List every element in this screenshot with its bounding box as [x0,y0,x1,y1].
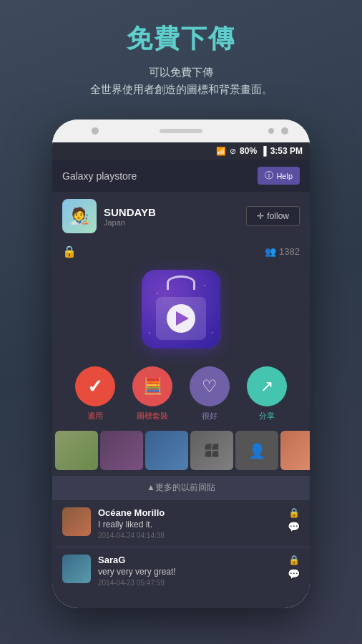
app-header-title: Galaxy playstore [62,170,137,182]
comment-body-2: SaraG very very very great! 2014-04-23 0… [98,555,280,587]
content-image-area [52,263,310,359]
status-bar: 📶 ⊘ 80% ▐ 3:53 PM [52,142,310,160]
comment-avatar-2 [62,555,91,583]
camera-right-icon [281,127,288,135]
comment-name-1: Océane Morillo [98,507,280,518]
person-icon: 👤 [248,442,266,459]
user-country: Japan [104,218,156,227]
top-section: 免費下傳 可以免費下傳全世界使用者創造的圖標和背景畫面。 [90,21,273,98]
comment-icons-2: 🔒 💬 [288,555,300,587]
comment-lock-icon-1: 🔒 [288,507,300,518]
comment-lock-icon-2: 🔒 [288,555,300,565]
camera-icon [92,127,99,135]
share-label: 分享 [259,411,275,421]
grid-icon: ⬛⬛⬛⬛ [205,444,219,457]
lock-icon: 🔒 [62,245,77,258]
like-button[interactable]: ♡ 很好 [190,366,230,421]
thumbnail-5[interactable]: 👤 [235,431,278,470]
phone-bottom-bar [52,594,310,608]
load-more-text: ▲更多的以前回貼 [147,482,215,494]
play-triangle [176,311,189,326]
play-icon [167,304,195,333]
thumbnail-row: ⬛⬛⬛⬛ 👤 [52,425,310,476]
follow-icon: ✛ [257,211,264,221]
blocked-icon: ⊘ [230,147,236,156]
comment-text-2: very very very great! [98,567,280,577]
like-circle: ♡ [190,366,230,406]
battery-percent: 80% [240,146,257,156]
battery-icon-bar: ▐ [260,146,267,156]
user-details: SUNDAYB Japan [104,206,156,227]
app-header: Galaxy playstore ⓘ Help [52,160,310,192]
content-image[interactable] [142,270,220,348]
phone-frame: 📶 ⊘ 80% ▐ 3:53 PM Galaxy playstore ⓘ Hel… [52,119,310,608]
thumbnail-1[interactable] [55,431,98,470]
page-subtitle: 可以免費下傳全世界使用者創造的圖標和背景畫面。 [90,64,273,98]
comment-text-1: I really liked it. [98,519,280,530]
thumbnail-4[interactable]: ⬛⬛⬛⬛ [190,431,233,470]
avatar-image: 🧑‍🎨 [62,199,97,233]
share-icon: ↗ [260,377,273,396]
user-name: SUNDAYB [104,206,156,218]
comment-reply-icon-1[interactable]: 💬 [288,521,300,532]
calculator-icon: 🧮 [143,377,162,396]
icon-pack-label: 圖標套裝 [137,411,168,421]
apply-button[interactable]: ✓ 適用 [75,366,115,421]
action-buttons-row: ✓ 適用 🧮 圖標套裝 ♡ 很好 ↗ 分享 [52,359,310,425]
checkmark-icon: ✓ [87,376,103,398]
app-content: Galaxy playstore ⓘ Help 🧑‍🎨 SUNDAYB Japa… [52,160,310,594]
user-row: 🧑‍🎨 SUNDAYB Japan ✛ follow [52,192,310,240]
phone-speaker [160,129,202,133]
thumbnail-6[interactable] [280,431,310,470]
share-button[interactable]: ↗ 分享 [247,366,287,421]
comment-date-1: 2014-04-24 04:14:38 [98,532,280,540]
status-icons: 📶 ⊘ 80% ▐ 3:53 PM [216,146,303,156]
help-icon: ⓘ [265,170,273,182]
follow-label: follow [267,211,289,221]
sensor-dot [268,128,274,134]
comment-name-2: SaraG [98,555,280,565]
load-more-bar[interactable]: ▲更多的以前回貼 [52,476,310,499]
comment-reply-icon-2[interactable]: 💬 [288,568,300,580]
user-info: 🧑‍🎨 SUNDAYB Japan [62,199,156,233]
followers-count: 👥 1382 [265,246,300,257]
followers-icon: 👥 [265,246,276,257]
followers-number: 1382 [279,246,300,257]
phone-top-bar [52,119,310,142]
bag-body [156,297,206,340]
apply-circle: ✓ [75,366,115,406]
stats-row: 🔒 👥 1382 [52,240,310,263]
help-label: Help [276,172,293,180]
comment-row-2: SaraG very very very great! 2014-04-23 0… [52,547,310,594]
page-title: 免費下傳 [90,21,273,57]
thumbnail-3[interactable] [145,431,188,470]
comment-icons-1: 🔒 💬 [288,507,300,540]
comment-date-2: 2014-04-23 05:47:59 [98,579,280,587]
apply-label: 適用 [87,411,103,421]
like-label: 很好 [202,411,217,421]
heart-icon: ♡ [202,376,217,396]
share-circle: ↗ [247,366,287,406]
icon-pack-button[interactable]: 🧮 圖標套裝 [132,366,172,421]
help-button[interactable]: ⓘ Help [258,167,300,185]
comment-avatar-1 [62,507,91,536]
bag-handle [167,275,195,290]
comment-body-1: Océane Morillo I really liked it. 2014-0… [98,507,280,540]
time-display: 3:53 PM [270,146,303,156]
wifi-icon: 📶 [216,147,226,156]
thumbnail-2[interactable] [100,431,143,470]
comment-row-1: Océane Morillo I really liked it. 2014-0… [52,499,310,547]
icon-pack-circle: 🧮 [132,366,172,406]
avatar: 🧑‍🎨 [62,199,97,233]
follow-button[interactable]: ✛ follow [246,206,300,226]
